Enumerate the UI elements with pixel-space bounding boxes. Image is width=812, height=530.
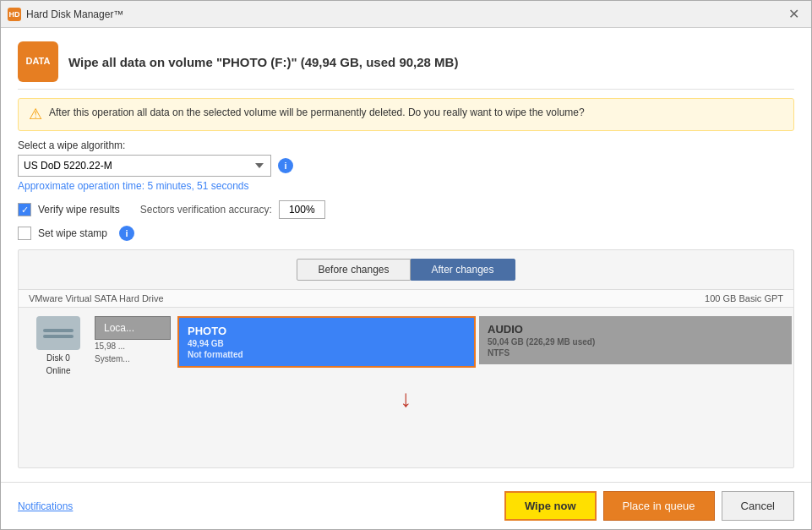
preview-tabs: Before changes After changes [19, 250, 793, 289]
window-title: Hard Disk Manager™ [26, 8, 783, 20]
photo-sub2: Not formatted [188, 350, 466, 359]
accuracy-label: Sectors verification accuracy: [140, 204, 272, 216]
local-sub2: System... [95, 352, 130, 365]
audio-label: AUDIO [488, 323, 783, 336]
stamp-label: Set wipe stamp [38, 227, 107, 239]
disk-size-label: 100 GB Basic GPT [705, 293, 783, 303]
verify-checkbox[interactable]: ✓ [18, 203, 31, 216]
main-window: HD Hard Disk Manager™ ✕ DATA Wipe all da… [0, 0, 812, 530]
approx-time: Approximate operation time: 5 minutes, 5… [18, 180, 794, 192]
tab-before-changes[interactable]: Before changes [297, 259, 410, 281]
hdd-icon [36, 316, 80, 350]
audio-partition: AUDIO 50,04 GB (226,29 MB used) NTFS [479, 316, 792, 364]
stamp-info-icon[interactable]: i [119, 226, 134, 241]
algorithm-info-icon[interactable]: i [278, 158, 293, 173]
disk-icon-block: Disk 0 Online [29, 316, 88, 375]
photo-partition[interactable]: PHOTO 49,94 GB Not formatted [177, 316, 476, 368]
tab-after-changes[interactable]: After changes [411, 259, 515, 281]
disk-label: Disk 0 [46, 353, 70, 363]
disk-info-bar: VMware Virtual SATA Hard Drive 100 GB Ba… [19, 289, 793, 308]
stamp-option-row: Set wipe stamp i [18, 226, 794, 241]
dialog-title: Wipe all data on volume "PHOTO (F:)" (49… [68, 55, 458, 69]
options-section: ✓ Verify wipe results Sectors verificati… [18, 200, 794, 241]
warning-icon: ⚠ [29, 105, 42, 123]
disk-visual: Disk 0 Online Loca... 15,98 ... System..… [19, 308, 793, 384]
disk-drive-name: VMware Virtual SATA Hard Drive [29, 293, 164, 303]
photo-sub1: 49,94 GB [188, 339, 466, 348]
check-mark: ✓ [21, 205, 29, 216]
place-in-queue-button[interactable]: Place in queue [603, 491, 715, 521]
wipe-now-button[interactable]: Wipe now [504, 491, 597, 521]
app-icon: HD [8, 8, 21, 21]
footer-buttons: Wipe now Place in queue Cancel [504, 491, 794, 521]
warning-text: After this operation all data on the sel… [49, 106, 585, 120]
icon-label: DATA [26, 56, 51, 67]
algorithm-section: Select a wipe algorithm: US DoD 5220.22-… [18, 139, 794, 192]
disk-preview: Before changes After changes VMware Virt… [18, 249, 794, 468]
local-partition-block: Loca... [95, 316, 171, 340]
verify-option-row: ✓ Verify wipe results Sectors verificati… [18, 200, 794, 219]
disk-status: Online [46, 366, 71, 375]
cancel-button[interactable]: Cancel [722, 491, 794, 521]
algorithm-row: US DoD 5220.22-M One pass zeros One pass… [18, 155, 794, 177]
footer: Notifications Wipe now Place in queue Ca… [1, 482, 811, 529]
local-sub1: 15,98 ... [95, 340, 125, 352]
verify-label: Verify wipe results [38, 204, 120, 216]
local-label: Loca... [104, 322, 134, 334]
audio-sub1: 50,04 GB (226,29 MB used) [488, 337, 783, 347]
content-area: DATA Wipe all data on volume "PHOTO (F:)… [1, 28, 811, 482]
title-bar: HD Hard Disk Manager™ ✕ [1, 1, 811, 28]
photo-label: PHOTO [188, 325, 466, 337]
notifications-link[interactable]: Notifications [18, 500, 73, 512]
algorithm-select[interactable]: US DoD 5220.22-M One pass zeros One pass… [18, 155, 271, 177]
stamp-checkbox[interactable] [18, 227, 31, 240]
algorithm-label: Select a wipe algorithm: [18, 139, 794, 151]
accuracy-input[interactable] [279, 200, 325, 219]
product-icon: DATA [18, 41, 58, 82]
partition-area: Loca... 15,98 ... System... PHOTO [95, 316, 783, 368]
arrow-section: ↓ [19, 384, 793, 414]
audio-sub2: NTFS [488, 348, 783, 358]
close-button[interactable]: ✕ [783, 4, 804, 24]
dialog-header: DATA Wipe all data on volume "PHOTO (F:)… [18, 41, 794, 90]
down-arrow-icon: ↓ [401, 387, 412, 411]
warning-box: ⚠ After this operation all data on the s… [18, 98, 794, 131]
